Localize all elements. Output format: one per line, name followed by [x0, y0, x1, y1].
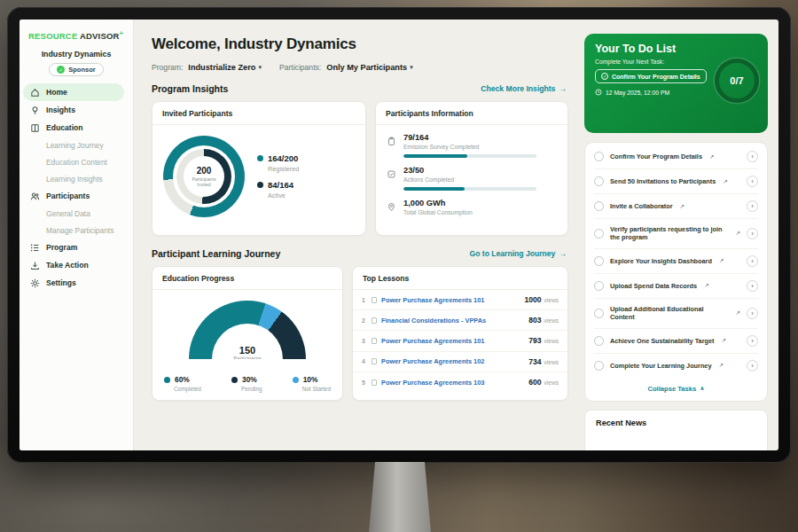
donut-center-value: 200 [197, 166, 212, 176]
task-row[interactable]: Confirm Your Program Details ↗ › [594, 145, 758, 169]
task-row[interactable]: Send 50 Invitations to Participants ↗ › [594, 169, 758, 194]
external-link-icon: ↗ [736, 309, 740, 317]
chevron-right-icon[interactable]: › [747, 335, 758, 347]
monitor-stand [369, 462, 431, 532]
info-card-title: Participants Information [376, 102, 567, 125]
survey-progress-bar [403, 154, 536, 158]
lesson-row[interactable]: 2 Financial Considerations - VPPAs 803vi… [353, 310, 567, 331]
sidebar-item-participants[interactable]: Participants [20, 187, 133, 205]
sidebar-item-insights[interactable]: Insights [20, 101, 133, 119]
task-checkbox[interactable] [594, 152, 604, 161]
main-content: Welcome, Industry Dynamics Program: Indu… [134, 20, 577, 450]
sidebar: RESOURCE ADVISOR+ Industry Dynamics ✓ Sp… [20, 20, 134, 450]
legend-dot-navy [257, 182, 263, 188]
invited-participants-card: Invited Participants 200 Participants In… [152, 101, 366, 236]
document-icon [372, 379, 377, 386]
home-icon [30, 88, 40, 98]
participants-dropdown-value: Only My Participants [326, 63, 407, 72]
education-card-title: Education Progress [153, 267, 342, 290]
task-checkbox[interactable] [594, 229, 604, 239]
arrow-right-icon: → [559, 249, 567, 258]
chevron-right-icon[interactable]: › [747, 228, 758, 239]
task-row[interactable]: Complete Your Learning Journey ↗ › [594, 354, 758, 378]
sidebar-item-label: Manage Participants [46, 226, 113, 235]
dashboard-screen: RESOURCE ADVISOR+ Industry Dynamics ✓ Sp… [20, 20, 778, 450]
sidebar-item-learning-insights[interactable]: Learning Insights [20, 170, 133, 187]
sidebar-item-label: Program [46, 243, 77, 252]
lesson-row[interactable]: 4 Power Purchase Agreements 102 734views [353, 352, 567, 372]
external-link-icon: ↗ [704, 282, 708, 289]
sponsor-badge[interactable]: ✓ Sponsor [49, 63, 103, 76]
task-checkbox[interactable] [594, 309, 604, 318]
lesson-row[interactable]: 3 Power Purchase Agreements 101 793views [353, 331, 567, 351]
sidebar-item-label: Participants [46, 192, 90, 200]
task-checkbox[interactable] [594, 201, 604, 211]
task-checkbox[interactable] [594, 281, 604, 291]
external-link-icon: ↗ [723, 178, 727, 185]
task-list-card: Confirm Your Program Details ↗ › Send 50… [584, 142, 768, 402]
task-checkbox[interactable] [594, 336, 604, 346]
chevron-right-icon[interactable]: › [747, 280, 758, 292]
sidebar-item-home[interactable]: Home [23, 83, 124, 101]
chevron-right-icon[interactable]: › [747, 360, 758, 372]
task-checkbox[interactable] [594, 176, 604, 186]
task-checkbox[interactable] [594, 256, 604, 266]
chevron-right-icon[interactable]: › [747, 151, 758, 162]
chevron-down-icon: ▾ [258, 64, 262, 71]
learning-journey-title: Participant Learning Journey [152, 248, 280, 259]
download-icon [30, 261, 40, 270]
todo-title: Your To Do List [595, 43, 757, 55]
todo-progress-ring: 0/7 [715, 59, 759, 103]
chevron-right-icon[interactable]: › [747, 176, 758, 187]
task-row[interactable]: Invite a Collaborator ↗ › [594, 194, 758, 219]
clock-icon [595, 89, 602, 96]
sidebar-item-education[interactable]: Education [20, 119, 133, 137]
filter-bar: Program: Industrialize Zero ▾ Participan… [152, 63, 568, 72]
task-row[interactable]: Upload Spend Data Records ↗ › [594, 274, 758, 299]
sidebar-item-program[interactable]: Program [20, 239, 133, 256]
chevron-right-icon[interactable]: › [747, 200, 758, 212]
recent-news-title: Recent News [596, 419, 756, 427]
chevron-right-icon[interactable]: › [747, 308, 758, 319]
lightbulb-icon [30, 106, 40, 115]
go-to-learning-journey-link[interactable]: Go to Learning Journey → [469, 249, 567, 258]
sidebar-item-label: Home [46, 88, 67, 97]
sidebar-item-learning-journey[interactable]: Learning Journey [20, 137, 133, 153]
sidebar-item-education-content[interactable]: Education Content [20, 153, 133, 170]
sidebar-item-label: Take Action [46, 261, 89, 270]
task-row[interactable]: Explore Your Insights Dashboard ↗ › [594, 249, 758, 274]
sidebar-item-manage-participants[interactable]: Manage Participants [20, 222, 133, 239]
lesson-row[interactable]: 5 Power Purchase Agreements 103 600views [353, 372, 567, 393]
document-icon [372, 338, 377, 344]
gear-icon [30, 278, 40, 288]
lesson-row[interactable]: 1 Power Purchase Agreements 101 1000view… [353, 290, 567, 310]
check-more-insights-link[interactable]: Check More Insights → [481, 84, 567, 93]
sidebar-item-general-data[interactable]: General Data [20, 205, 133, 222]
next-task-chip[interactable]: ✓ Confirm Your Program Details [595, 69, 707, 83]
task-row[interactable]: Verify participants requesting to join t… [594, 219, 758, 249]
task-row[interactable]: Achieve One Sustainability Target ↗ › [594, 329, 758, 354]
participants-dropdown[interactable]: Only My Participants ▾ [326, 63, 412, 72]
program-dropdown[interactable]: Industrialize Zero ▾ [188, 63, 262, 72]
sidebar-item-take-action[interactable]: Take Action [20, 256, 133, 274]
external-link-icon: ↗ [709, 153, 714, 160]
next-task-label: Confirm Your Program Details [612, 74, 700, 80]
collapse-tasks-link[interactable]: Collapse Tasks ∧ [594, 378, 758, 399]
external-link-icon: ↗ [718, 362, 723, 369]
page-title: Welcome, Industry Dynamics [152, 35, 568, 53]
legend-dot-navy [231, 377, 238, 383]
program-dropdown-value: Industrialize Zero [188, 63, 255, 72]
sidebar-item-label: Learning Insights [46, 175, 103, 184]
app-logo: RESOURCE ADVISOR+ [20, 28, 133, 46]
external-link-icon: ↗ [721, 337, 725, 344]
sidebar-item-settings[interactable]: Settings [20, 274, 133, 292]
document-icon [372, 317, 377, 324]
photo-background: RESOURCE ADVISOR+ Industry Dynamics ✓ Sp… [0, 0, 798, 532]
todo-panel: Your To Do List Complete Your Next Task:… [577, 20, 778, 450]
task-checkbox[interactable] [594, 361, 604, 371]
recent-news-card: Recent News [584, 410, 768, 450]
chevron-right-icon[interactable]: › [747, 255, 758, 267]
invited-card-title: Invited Participants [153, 102, 365, 125]
task-row[interactable]: Upload Additional Educational Content ↗ … [594, 299, 758, 329]
legend-pending: 30% Pending [231, 375, 262, 392]
